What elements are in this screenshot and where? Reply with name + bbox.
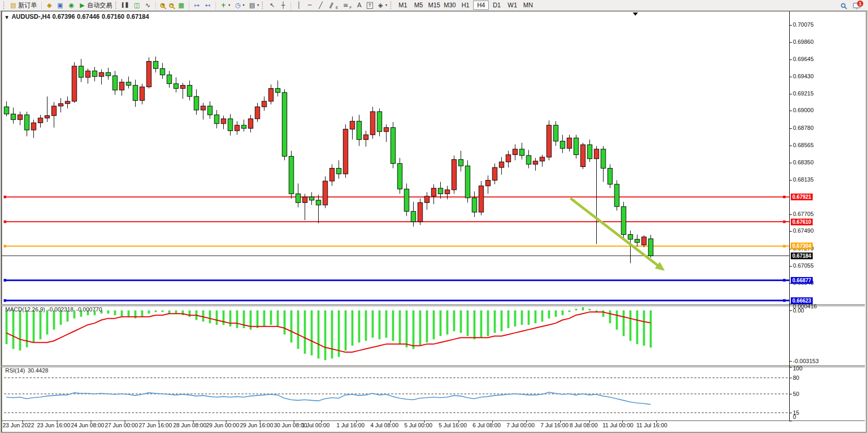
candle-body [303,197,307,203]
candle [370,107,375,139]
pane-separator[interactable] [2,304,865,306]
candle-body [499,162,504,167]
candle-body [255,107,260,119]
line-handle[interactable] [783,196,786,198]
candle [187,80,192,100]
candle [86,68,90,83]
app-window: ▤ 新订单 ◆ ▣ ◉ ▶ 自动交易 ▍▋ ◫ ∿ + − ▦ ↦ ↤ +▾ ◷… [0,0,868,433]
macd-signal-line [6,312,650,352]
candle-body [452,160,456,190]
line-handle[interactable] [4,299,6,302]
candle-body [228,119,233,131]
candle-body [18,115,22,119]
candle [126,77,131,89]
candle-body [445,190,450,194]
candle [608,164,612,188]
line-handle[interactable] [783,279,786,282]
candle [160,63,165,79]
candle-body [147,62,151,87]
candle-body [404,189,409,211]
candle-body [31,123,36,130]
candle-body [567,138,572,148]
candle [45,97,50,122]
candle [404,184,409,216]
candle-body [269,89,273,101]
candle-body [174,83,178,88]
candle [228,114,233,136]
candle [92,67,97,81]
pane-separator[interactable] [2,365,865,367]
candle-body [370,112,375,135]
line-handle[interactable] [4,221,6,223]
candle [289,151,294,199]
candle-body [309,197,314,200]
candle-body [425,196,429,202]
candle [587,139,592,162]
line-handle[interactable] [4,245,6,247]
candle-body [38,118,43,123]
candle-body [594,149,599,159]
candle-body [79,66,83,77]
candle-body [560,141,565,149]
candle [140,83,144,104]
line-handle[interactable] [783,221,786,223]
candle-body [248,119,253,128]
candle-body [418,202,423,222]
candle-body [201,106,206,110]
candle-body [289,157,294,194]
line-handle[interactable] [4,279,6,282]
candle [309,192,314,205]
price-line[interactable] [4,196,789,198]
chart-canvas[interactable] [0,0,868,433]
candle-body [167,75,172,84]
candle-body [431,188,436,196]
candle-body [323,181,328,205]
candle [4,101,9,116]
candle [384,124,389,142]
candle-body [601,149,606,169]
candle-body [126,82,131,85]
candle-body [86,71,90,77]
candle [601,146,606,182]
candle [343,124,348,177]
candle-body [65,101,70,104]
candle-body [411,211,416,222]
candle-body [160,68,165,75]
candle-body [25,115,29,130]
candle [499,157,504,175]
price-line[interactable] [4,299,789,302]
candle [425,192,429,210]
candle [336,160,341,178]
candle-body [4,107,9,114]
line-handle[interactable] [783,245,786,247]
candle-body [642,237,646,245]
candle [594,146,599,244]
line-handle[interactable] [783,299,786,302]
price-line[interactable] [4,245,789,247]
candle [614,181,619,211]
candle-body [316,200,321,205]
candle-body [648,239,653,256]
candle [567,135,572,151]
line-handle[interactable] [4,196,6,198]
candle [18,112,22,125]
chart-shift-marker[interactable] [633,13,638,16]
candle [465,160,470,202]
candle [520,143,524,160]
candle-body [343,129,348,174]
candle [513,145,517,161]
candle-body [72,66,77,101]
candle-body [526,155,531,164]
candle-body [99,73,104,77]
candle [479,181,484,215]
candle [574,135,578,159]
price-line[interactable] [4,221,789,223]
candle-body [336,169,341,174]
price-line[interactable] [4,279,789,282]
candle [133,80,138,107]
candle-body [330,169,334,181]
candle [201,103,206,119]
candle [364,131,368,147]
candle [621,202,626,238]
candle [214,110,219,128]
